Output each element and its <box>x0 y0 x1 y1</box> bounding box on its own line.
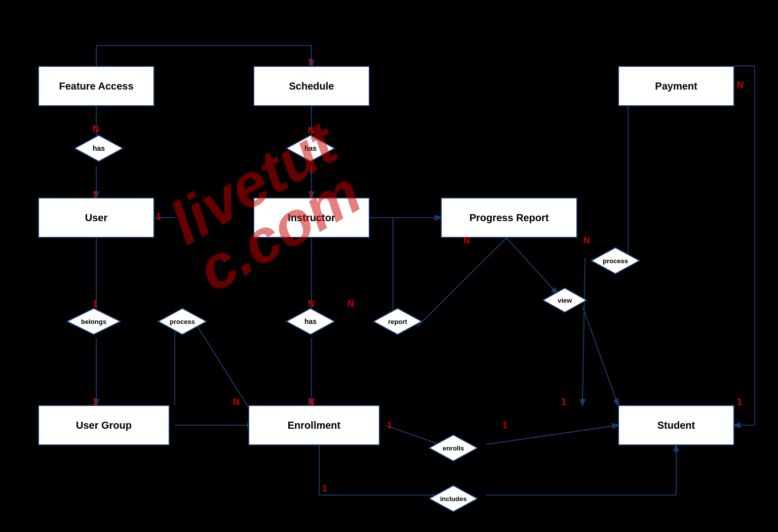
card-1-payment-student: 1 <box>737 397 742 407</box>
card-1-enrollment-enrolls: 1 <box>387 420 392 431</box>
diamond-includes: includes <box>428 484 479 513</box>
svg-text:enrolls: enrolls <box>443 444 464 452</box>
svg-text:has: has <box>304 317 317 325</box>
svg-line-19 <box>582 306 618 405</box>
svg-text:process: process <box>170 318 195 325</box>
entity-schedule: Schedule <box>253 66 370 106</box>
card-1-schedule-top: 1 <box>308 57 313 67</box>
card-1-student-enrolls: 1 <box>502 420 508 431</box>
diamond-belongs: belongs <box>66 307 122 336</box>
card-1-view-student: 1 <box>561 397 566 407</box>
entity-instructor: Instructor <box>253 197 370 238</box>
card-1-instructor-top: 1 <box>308 189 313 200</box>
card-n-progress: N <box>463 235 470 246</box>
card-n-payment-right: N <box>737 80 744 91</box>
card-1-user-top: 1 <box>93 189 98 200</box>
card-n-enrollment-top: N <box>308 397 315 407</box>
entity-user-group: User Group <box>38 405 170 445</box>
er-diagram: Feature Access User User Group Schedule … <box>0 0 778 532</box>
entity-student: Student <box>618 405 734 445</box>
svg-text:process: process <box>603 257 628 265</box>
card-n-instructor-bot: N <box>308 299 315 309</box>
svg-line-5 <box>198 326 253 415</box>
svg-text:view: view <box>558 297 572 304</box>
card-n-payment-bot: N <box>584 235 590 246</box>
entity-feature-access: Feature Access <box>38 66 154 106</box>
diamond-process-payment: process <box>590 247 641 275</box>
svg-line-18 <box>507 238 557 294</box>
diamond-has-enrollment: has <box>285 307 336 336</box>
svg-line-15 <box>417 238 507 326</box>
card-1-includes: 1 <box>322 483 327 494</box>
diamond-has-feature: has <box>73 134 124 162</box>
card-n-report-left: N <box>347 299 354 309</box>
svg-text:includes: includes <box>440 495 467 503</box>
entity-user: User <box>38 197 154 238</box>
entity-progress-report: Progress Report <box>441 197 577 238</box>
diamond-enrolls: enrolls <box>428 434 479 462</box>
svg-text:report: report <box>388 318 407 325</box>
card-n-feature: N <box>93 124 99 135</box>
entity-enrollment: Enrollment <box>248 405 380 445</box>
diamond-process-course: process <box>157 307 208 336</box>
svg-text:belongs: belongs <box>81 318 106 325</box>
entity-payment: Payment <box>618 66 734 106</box>
svg-text:has: has <box>93 144 105 152</box>
card-1-belongs-top: 1 <box>93 299 98 309</box>
svg-line-27 <box>582 258 585 405</box>
card-1-user-right: 1 <box>156 212 161 222</box>
diamond-report: report <box>372 307 423 336</box>
card-n-process: N <box>233 397 240 407</box>
diamond-view: view <box>542 287 588 313</box>
svg-text:has: has <box>304 144 317 152</box>
card-1-usergroup: 1 <box>93 397 98 407</box>
diamond-has-schedule: has <box>285 134 336 162</box>
card-n-has-schedule: N <box>308 126 315 136</box>
